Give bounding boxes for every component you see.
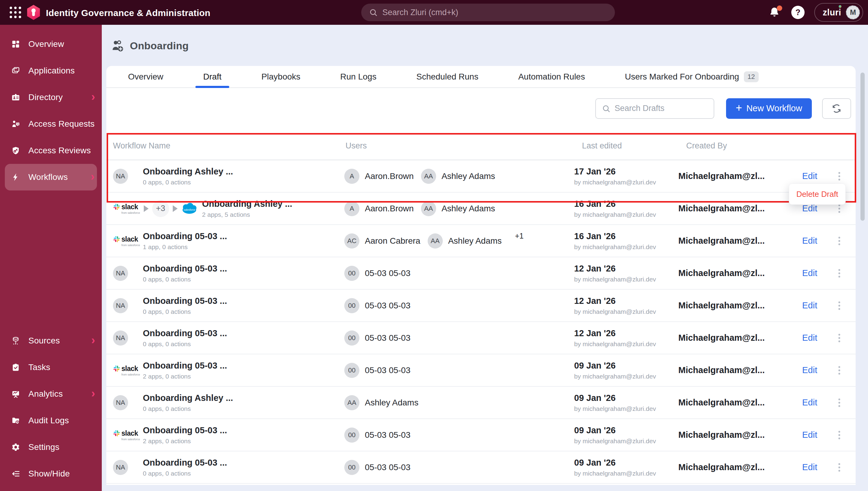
edit-button[interactable]: Edit bbox=[802, 398, 817, 408]
account-menu[interactable]: zluri M bbox=[814, 3, 863, 22]
applications-icon bbox=[10, 66, 21, 75]
tab-automation-rules[interactable]: Automation Rules bbox=[518, 66, 585, 87]
sidebar-item-overview[interactable]: Overview bbox=[0, 31, 102, 57]
global-search-input[interactable] bbox=[382, 8, 564, 17]
workflow-avatar: NA bbox=[113, 330, 128, 346]
help-icon: ? bbox=[796, 8, 801, 17]
tab-run-logs[interactable]: Run Logs bbox=[340, 66, 377, 87]
sources-icon bbox=[10, 336, 21, 345]
table-row[interactable]: NA Onboarding Ashley ...0 apps, 0 action… bbox=[106, 387, 856, 419]
table-row[interactable]: slack from salesforce Onboarding 05-03 .… bbox=[106, 354, 856, 387]
kebab-menu-icon[interactable] bbox=[837, 299, 842, 312]
search-icon bbox=[602, 104, 610, 113]
tab-draft[interactable]: Draft bbox=[203, 66, 222, 87]
delete-draft-menu-item[interactable]: Delete Draft bbox=[797, 190, 838, 199]
workflow-avatar: NA bbox=[113, 395, 128, 410]
column-header-workflow-name[interactable]: Workflow Name bbox=[106, 141, 344, 150]
search-drafts[interactable] bbox=[595, 98, 714, 119]
search-icon bbox=[369, 8, 377, 17]
sidebar-item-directory[interactable]: Directory › bbox=[0, 84, 102, 111]
sidebar-item-applications[interactable]: Applications bbox=[0, 57, 102, 84]
user-avatar: 00 bbox=[344, 428, 360, 443]
sidebar-item-audit-logs[interactable]: Audit Logs bbox=[0, 407, 102, 434]
edit-button[interactable]: Edit bbox=[802, 236, 817, 246]
user-avatar: A bbox=[344, 201, 360, 216]
table-row[interactable]: slack from salesforce Onboarding 05-03 .… bbox=[106, 225, 856, 257]
slack-icon: slack from salesforce bbox=[113, 203, 140, 214]
kebab-menu-icon[interactable] bbox=[837, 397, 842, 409]
app-icons: slack from salesforce +3 salesforce bbox=[113, 200, 202, 217]
user-avatar: AA bbox=[428, 233, 443, 249]
tab-scheduled-runs[interactable]: Scheduled Runs bbox=[416, 66, 478, 87]
notifications-button[interactable] bbox=[768, 6, 783, 19]
kebab-menu-icon[interactable] bbox=[837, 267, 842, 279]
tab-playbooks[interactable]: Playbooks bbox=[261, 66, 300, 87]
table-row[interactable]: NA Onboarding 05-03 ...0 apps, 0 actions… bbox=[106, 257, 856, 290]
arrow-right-icon bbox=[144, 205, 149, 212]
avatar[interactable]: M bbox=[846, 5, 860, 19]
user-avatar: 00 bbox=[344, 330, 360, 346]
sidebar: Overview Applications Directory › Access… bbox=[0, 25, 102, 491]
workflow-avatar: NA bbox=[113, 460, 128, 475]
search-drafts-input[interactable] bbox=[615, 104, 705, 113]
svg-text:salesforce: salesforce bbox=[183, 208, 195, 211]
workflow-avatar: NA bbox=[113, 298, 128, 313]
edit-button[interactable]: Edit bbox=[802, 333, 817, 343]
settings-icon bbox=[10, 443, 21, 452]
new-workflow-button[interactable]: + New Workflow bbox=[726, 98, 812, 119]
tab-users-marked-for-onboarding[interactable]: Users Marked For Onboarding12 bbox=[625, 66, 759, 87]
chevron-right-icon: › bbox=[91, 335, 95, 346]
sidebar-item-workflows[interactable]: Workflows › bbox=[5, 164, 97, 191]
sidebar-item-settings[interactable]: Settings bbox=[0, 434, 102, 460]
content-card: Overview Draft Playbooks Run Logs Schedu… bbox=[106, 66, 856, 485]
collapse-icon bbox=[10, 469, 21, 478]
edit-button[interactable]: Edit bbox=[802, 171, 817, 181]
table-row[interactable]: NA Onboarding 05-03 ...0 apps, 0 actions… bbox=[106, 452, 856, 484]
table-row[interactable]: slack from salesforce Onboarding 05-03 .… bbox=[106, 419, 856, 452]
table-row[interactable]: NA Onboarding 05-03 ...0 apps, 0 actions… bbox=[106, 290, 856, 322]
edit-button[interactable]: Edit bbox=[802, 300, 817, 311]
kebab-menu-icon[interactable] bbox=[837, 364, 842, 376]
slack-icon: slack from salesforce bbox=[113, 235, 140, 247]
edit-button[interactable]: Edit bbox=[802, 430, 817, 440]
access-requests-icon bbox=[10, 119, 21, 128]
kebab-menu-icon[interactable] bbox=[837, 235, 842, 247]
column-header-created-by[interactable]: Created By bbox=[678, 141, 800, 150]
sidebar-item-access-reviews[interactable]: Access Reviews bbox=[0, 137, 102, 164]
edit-button[interactable]: Edit bbox=[802, 365, 817, 375]
edit-button[interactable]: Edit bbox=[802, 203, 817, 213]
refresh-button[interactable] bbox=[822, 98, 851, 119]
more-users-badge: +1 bbox=[515, 232, 524, 240]
sidebar-item-access-requests[interactable]: Access Requests bbox=[0, 111, 102, 137]
table-row[interactable]: NA Onboarding 05-03 ...0 apps, 0 actions… bbox=[106, 322, 856, 354]
kebab-menu-icon[interactable] bbox=[837, 461, 842, 473]
notification-badge bbox=[777, 5, 782, 11]
table-header: Workflow Name Users Last edited Created … bbox=[106, 132, 856, 160]
column-header-users[interactable]: Users bbox=[344, 141, 574, 150]
table-row[interactable]: NA Onboarding Ashley ...0 apps, 0 action… bbox=[106, 160, 856, 193]
brand-dot-icon bbox=[839, 5, 841, 8]
column-header-last-edited[interactable]: Last edited bbox=[574, 141, 678, 150]
table-row[interactable]: slack from salesforce +3 salesforce Onbo… bbox=[106, 193, 856, 225]
tab-overview[interactable]: Overview bbox=[128, 66, 163, 87]
kebab-menu-icon[interactable] bbox=[837, 429, 842, 441]
vertical-scrollbar[interactable] bbox=[861, 73, 865, 221]
user-avatar: 00 bbox=[344, 266, 360, 281]
brand-wordmark: zluri bbox=[823, 7, 841, 18]
app-grid-icon[interactable] bbox=[10, 7, 22, 19]
edit-button[interactable]: Edit bbox=[802, 268, 817, 278]
sidebar-item-sources[interactable]: Sources › bbox=[0, 327, 102, 354]
top-bar: Identity Governance & Administration ? z… bbox=[0, 0, 868, 25]
edit-button[interactable]: Edit bbox=[802, 462, 817, 472]
sidebar-item-tasks[interactable]: Tasks bbox=[0, 354, 102, 381]
global-search[interactable] bbox=[361, 4, 615, 21]
sidebar-item-show-hide[interactable]: Show/Hide bbox=[0, 460, 102, 487]
help-button[interactable]: ? bbox=[791, 6, 805, 19]
sidebar-item-analytics[interactable]: Analytics › bbox=[0, 381, 102, 407]
tab-bar: Overview Draft Playbooks Run Logs Schedu… bbox=[106, 66, 856, 88]
kebab-menu-icon[interactable] bbox=[837, 332, 842, 344]
user-avatar: 00 bbox=[344, 460, 360, 475]
directory-icon bbox=[10, 93, 21, 102]
kebab-menu-icon[interactable] bbox=[837, 170, 842, 182]
access-reviews-icon bbox=[10, 146, 21, 155]
